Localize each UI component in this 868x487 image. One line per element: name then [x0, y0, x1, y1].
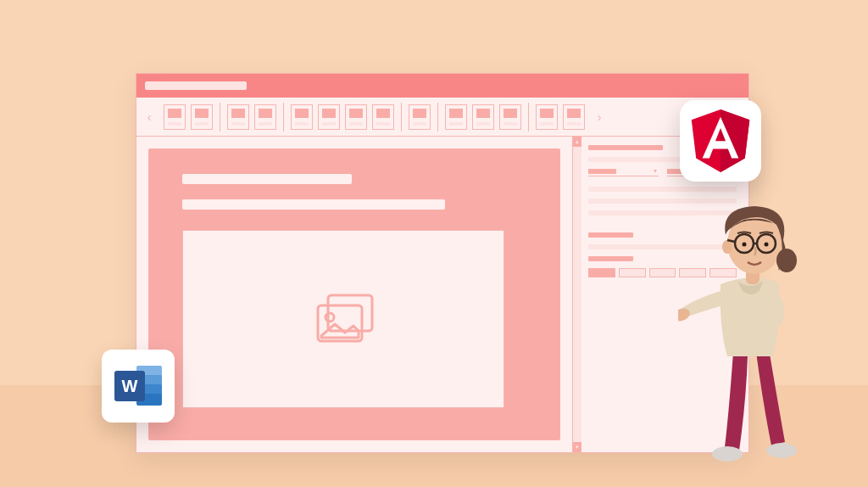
- ribbon-group-6: [532, 98, 588, 136]
- content-area: ▴ ▾: [136, 137, 748, 452]
- svg-point-11: [722, 240, 732, 254]
- ribbon-button[interactable]: [227, 104, 249, 130]
- ribbon-button[interactable]: [472, 104, 494, 130]
- ribbon-separator: [401, 103, 402, 132]
- panel-label-placeholder: [588, 232, 633, 238]
- title-placeholder: [145, 81, 247, 90]
- svg-marker-4: [721, 109, 749, 172]
- ribbon-button[interactable]: [291, 104, 313, 130]
- ribbon-button[interactable]: [372, 104, 394, 130]
- panel-heading-placeholder: [588, 145, 663, 150]
- ribbon-button[interactable]: [499, 104, 521, 130]
- ribbon-separator: [283, 103, 284, 132]
- document-canvas: [136, 137, 572, 452]
- option-box[interactable]: [619, 268, 646, 277]
- presenter-character: [678, 191, 822, 471]
- document-page: [148, 148, 560, 440]
- ribbon-button[interactable]: [345, 104, 367, 130]
- ribbon-button[interactable]: [318, 104, 340, 130]
- ribbon-separator: [528, 103, 529, 132]
- option-box[interactable]: [649, 268, 676, 277]
- ribbon-button[interactable]: [536, 104, 558, 130]
- word-app-badge: W: [102, 350, 175, 423]
- text-line-placeholder: [182, 199, 445, 210]
- panel-label-placeholder: [588, 256, 633, 261]
- ribbon-button[interactable]: [191, 104, 213, 130]
- image-placeholder[interactable]: [182, 230, 504, 408]
- ribbon-group-1: [160, 98, 216, 136]
- app-window: ‹ ›: [136, 73, 749, 453]
- title-bar: [136, 74, 748, 98]
- scrollbar[interactable]: ▴ ▾: [573, 137, 581, 452]
- text-line-placeholder: [182, 174, 352, 184]
- angular-icon: [691, 109, 750, 172]
- angular-badge: [680, 100, 761, 182]
- chevron-right-icon[interactable]: ›: [592, 98, 607, 137]
- ribbon-button[interactable]: [409, 104, 431, 130]
- svg-point-16: [743, 243, 747, 247]
- ribbon-button[interactable]: [164, 104, 186, 130]
- ribbon-group-3: [287, 98, 398, 136]
- svg-point-6: [766, 443, 797, 458]
- chevron-left-icon[interactable]: ‹: [142, 98, 157, 137]
- ribbon-group-2: [224, 98, 280, 136]
- word-letter: W: [114, 371, 145, 401]
- svg-point-5: [712, 446, 743, 462]
- ribbon-button[interactable]: [254, 104, 276, 130]
- scroll-down-icon[interactable]: ▾: [573, 442, 581, 452]
- svg-rect-0: [318, 305, 362, 341]
- ribbon-button[interactable]: [445, 104, 467, 130]
- svg-point-10: [776, 249, 797, 272]
- image-icon: [309, 290, 377, 348]
- dropdown-field[interactable]: [588, 169, 659, 176]
- ribbon-button[interactable]: [563, 104, 585, 130]
- scroll-up-icon[interactable]: ▴: [573, 137, 581, 147]
- svg-point-17: [765, 243, 769, 247]
- ribbon-group-4: [405, 98, 434, 136]
- word-icon: W: [114, 364, 162, 408]
- option-box[interactable]: [588, 268, 615, 277]
- ribbon-separator: [437, 103, 438, 132]
- ribbon-toolbar: ‹ ›: [136, 98, 748, 137]
- ribbon-separator: [220, 103, 220, 132]
- ribbon-group-5: [442, 98, 525, 136]
